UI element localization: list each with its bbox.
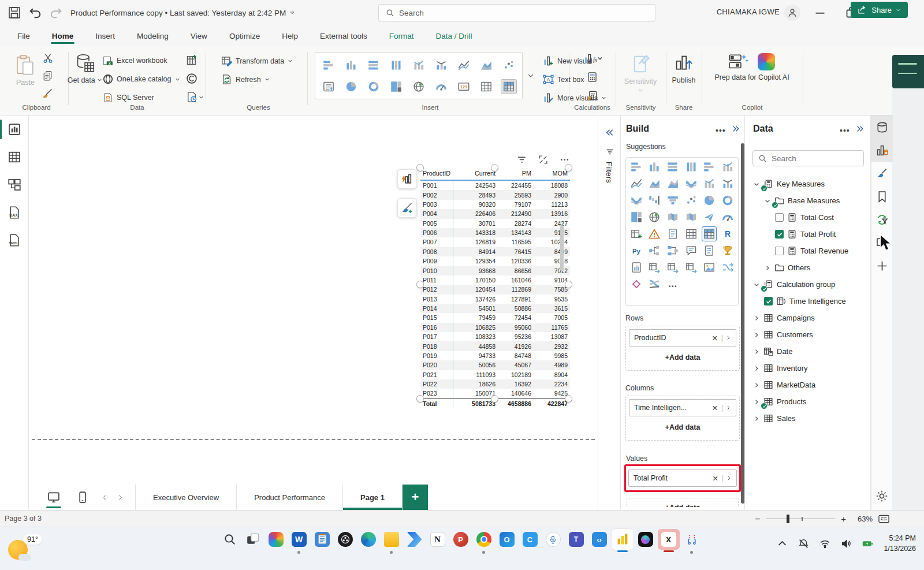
notepad-taskbar-item[interactable] (314, 532, 330, 547)
tree-item-calculation-group[interactable]: Calculation group (745, 276, 871, 293)
suggestion-globe-map-icon[interactable] (647, 210, 661, 224)
table-row[interactable]: P00530701282742427 (420, 219, 570, 228)
cut-icon[interactable] (43, 53, 53, 64)
visual-type-line-column-combo-icon[interactable] (411, 58, 426, 72)
volume-icon[interactable] (841, 538, 852, 549)
field-expand-icon[interactable] (725, 405, 731, 411)
suggestion-smart-narrative-icon[interactable] (702, 244, 716, 258)
menu-tab-file[interactable]: File (16, 27, 31, 45)
menu-tab-modeling[interactable]: Modeling (136, 27, 170, 45)
format-painter-icon[interactable] (43, 88, 54, 99)
menu-tab-view[interactable]: View (189, 27, 208, 45)
remove-field-icon[interactable]: ✕ (711, 474, 720, 483)
power-bi-icon[interactable] (615, 532, 630, 547)
tree-item-total-revenue[interactable]: Total Revenue (745, 243, 871, 259)
suggestion-line-icon[interactable] (629, 177, 643, 191)
get-data-button[interactable]: Get data (69, 53, 100, 84)
selection-handle[interactable] (491, 164, 498, 172)
columns-field-pill[interactable]: Time Intelligen... ✕| (629, 399, 736, 416)
zoom-out-button[interactable]: − (755, 514, 760, 524)
tree-item-products[interactable]: Products (745, 393, 871, 410)
selection-handle[interactable] (565, 395, 572, 403)
chevron-right-icon[interactable] (764, 264, 771, 271)
file-explorer-taskbar-item[interactable] (383, 532, 399, 554)
menu-tab-insert[interactable]: Insert (94, 27, 116, 45)
build-more-options-icon[interactable]: ••• (716, 126, 726, 135)
zoom-level[interactable]: 63% (852, 515, 873, 523)
visual-type-area-icon[interactable] (479, 58, 494, 72)
tree-item-inventory[interactable]: Inventory (745, 360, 871, 377)
suggestion-shape-map-icon[interactable] (684, 210, 698, 224)
visual-type-slicer-icon[interactable] (321, 80, 336, 94)
tree-item-customers[interactable]: Customers (745, 326, 871, 343)
model-view-button[interactable] (0, 171, 29, 199)
enter-data-icon[interactable] (186, 54, 198, 66)
refresh-button[interactable]: Refresh (221, 74, 270, 85)
tree-item-key-measures[interactable]: Key Measures (745, 176, 871, 192)
tray-expand-icon[interactable] (777, 538, 788, 549)
suggestion-scorecard-icon[interactable] (684, 260, 698, 274)
excel-workbook-button[interactable]: X Excel workbook (103, 55, 167, 66)
redo-icon[interactable] (50, 6, 62, 19)
data-search-input[interactable]: Search (752, 150, 864, 166)
page-tab-product-performance[interactable]: Product Performance (236, 485, 342, 510)
remove-field-icon[interactable]: ✕ (711, 404, 719, 412)
wifi-icon[interactable] (819, 538, 830, 549)
copilot-taskbar-item[interactable] (268, 532, 284, 547)
remove-field-icon[interactable]: ✕ (711, 334, 719, 342)
copilot-icon[interactable] (269, 532, 284, 547)
visual-type-donut-icon[interactable] (366, 80, 381, 94)
powerpoint-taskbar-item[interactable]: P (453, 532, 468, 547)
paste-button[interactable]: Paste (10, 54, 40, 87)
suggestion-clustered-bar-icon[interactable] (702, 160, 716, 174)
checkbox-unchecked[interactable] (775, 213, 784, 222)
selection-handle[interactable] (416, 281, 424, 288)
word-icon[interactable]: W (292, 532, 307, 547)
menu-tab-help[interactable]: Help (281, 27, 299, 45)
suggestion-new-visual-grid-icon[interactable] (629, 227, 643, 241)
chevron-down-icon[interactable] (753, 181, 760, 188)
table-row[interactable]: P00712681911659510224 (420, 237, 570, 247)
new-column-icon[interactable] (587, 72, 598, 83)
edge-taskbar-item[interactable] (360, 532, 376, 547)
tree-item-campaigns[interactable]: Campaigns (745, 310, 871, 326)
selection-handle[interactable] (565, 281, 572, 288)
visual-type-gauge-icon[interactable] (434, 80, 449, 94)
table-row[interactable]: P0111701501610469104 (420, 275, 570, 285)
account-name[interactable]: CHIAMAKA IGWE (717, 8, 780, 16)
suggestion-process-flow-icon[interactable] (666, 244, 680, 258)
rows-field-pill[interactable]: ProductID ✕| (629, 329, 736, 347)
suggestion-stacked-bar-100-icon[interactable] (666, 160, 680, 174)
tree-item-time-intelligence[interactable]: Time Intelligence (745, 293, 871, 310)
suggestion-gauge-icon[interactable] (721, 210, 735, 224)
menu-tab-format[interactable]: Format (388, 27, 415, 45)
visual-type-map-icon[interactable] (411, 80, 426, 94)
chevron-down-icon[interactable] (753, 281, 760, 288)
quick-measure-icon[interactable] (587, 90, 598, 101)
add-panel-button[interactable] (871, 254, 893, 277)
suggestion-sankey-icon[interactable] (647, 277, 661, 291)
matrix-column-header[interactable]: ProductID (420, 166, 453, 180)
table-row[interactable]: P0061433181341439175 (420, 228, 570, 237)
report-canvas[interactable]: ProductIDCurrentPMMOM P00124254322445518… (29, 116, 598, 510)
format-panel-button[interactable] (871, 162, 893, 185)
mobile-layout-button[interactable] (68, 485, 97, 510)
search-taskbar-item[interactable] (222, 532, 237, 547)
account-avatar[interactable] (784, 5, 800, 21)
bookmarks-panel-button[interactable] (871, 185, 893, 208)
snipping-tool-taskbar-item[interactable] (684, 532, 699, 554)
tree-item-date[interactable]: Date (745, 343, 871, 360)
suggestion-report-visual-icon[interactable] (629, 260, 643, 274)
suggestion-column-combo-icon[interactable] (721, 160, 735, 174)
camera-app-taskbar-item[interactable] (638, 532, 653, 547)
table-row[interactable]: P01093668866567012 (420, 266, 570, 275)
data-panel-button[interactable] (871, 116, 893, 139)
vscode-taskbar-item[interactable]: ‹› (591, 532, 607, 547)
chrome-taskbar-item[interactable] (476, 532, 491, 554)
tree-item-others[interactable]: Others (745, 259, 871, 276)
chevron-right-icon[interactable] (753, 348, 760, 355)
weather-widget[interactable]: 91° (8, 534, 42, 560)
visual-type-matrix-icon[interactable] (501, 80, 516, 94)
selection-handle[interactable] (491, 395, 498, 403)
visual-type-card-icon[interactable]: 123 (456, 80, 471, 94)
